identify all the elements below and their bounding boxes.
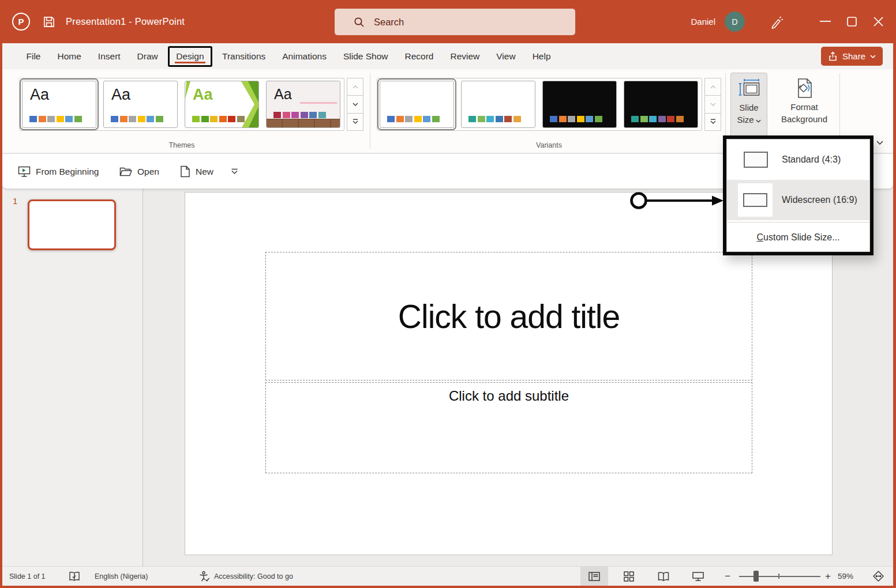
- color-swatch: [138, 116, 145, 122]
- color-swatch: [496, 116, 503, 122]
- color-swatch: [649, 116, 657, 122]
- color-swatch: [301, 112, 308, 118]
- color-swatch: [29, 116, 37, 122]
- slide-size-icon: [738, 78, 760, 98]
- tab-draw[interactable]: Draw: [129, 46, 166, 67]
- widescreen-16-9-icon: [743, 193, 767, 207]
- quick-access-overflow-button[interactable]: [231, 154, 238, 189]
- powerpoint-logo-icon[interactable]: P: [12, 13, 30, 31]
- tab-file[interactable]: File: [18, 46, 49, 67]
- user-name[interactable]: Daniel: [691, 17, 715, 27]
- color-swatch: [192, 116, 200, 122]
- slide-size-label-line1: Slide: [739, 102, 758, 114]
- variants-scroll-down-button[interactable]: [704, 96, 721, 113]
- slide-thumbnail-panel: 1: [2, 189, 143, 566]
- zoom-out-button[interactable]: −: [721, 567, 734, 586]
- zoom-in-button[interactable]: +: [822, 567, 834, 586]
- theme-color-swatches: [111, 116, 163, 122]
- slide-number: 1: [13, 196, 17, 206]
- fit-slide-to-window-button[interactable]: [867, 567, 890, 586]
- tab-animations[interactable]: Animations: [274, 46, 335, 67]
- zoom-slider-center-tick: [778, 574, 779, 579]
- title-placeholder[interactable]: Click to add title: [265, 252, 752, 380]
- tab-insert[interactable]: Insert: [89, 46, 129, 67]
- variant-color-swatches: [550, 116, 602, 122]
- save-icon[interactable]: [42, 14, 57, 29]
- reading-view-button[interactable]: [650, 567, 677, 586]
- subtitle-placeholder[interactable]: Click to add subtitle: [265, 382, 752, 473]
- slide-1-thumbnail[interactable]: [28, 199, 116, 250]
- zoom-level[interactable]: 59%: [838, 567, 853, 586]
- variant-3[interactable]: [542, 81, 617, 128]
- accessibility-status[interactable]: Accessibility: Good to go: [214, 567, 293, 586]
- slide-sorter-view-button[interactable]: [615, 567, 643, 586]
- menu-item-widescreen-16-9[interactable]: Widescreen (16:9): [727, 180, 869, 220]
- avatar[interactable]: D: [725, 12, 745, 32]
- tab-record[interactable]: Record: [396, 46, 442, 67]
- search-input[interactable]: [374, 17, 535, 28]
- from-beginning-button[interactable]: From Beginning: [18, 154, 99, 189]
- collapse-ribbon-icon[interactable]: [873, 137, 887, 148]
- share-button[interactable]: Share: [821, 47, 883, 66]
- format-background-button[interactable]: Format Background: [773, 73, 836, 138]
- variant-2[interactable]: [461, 81, 535, 128]
- tab-transitions[interactable]: Transitions: [214, 46, 274, 67]
- slide-counter[interactable]: Slide 1 of 1: [9, 567, 46, 586]
- zoom-slider-thumb[interactable]: [753, 571, 759, 582]
- normal-view-button[interactable]: [580, 567, 608, 586]
- tab-home[interactable]: Home: [49, 46, 89, 67]
- theme-facet[interactable]: Aa: [185, 81, 259, 128]
- window-border-left: [0, 43, 2, 588]
- themes-gallery: Aa Aa Aa Aa: [19, 78, 344, 131]
- color-swatch: [667, 116, 674, 122]
- widescreen-label: Widescreen (16:9): [782, 195, 857, 205]
- color-swatch: [273, 112, 281, 118]
- color-swatch: [111, 116, 118, 122]
- color-swatch: [513, 116, 521, 122]
- color-swatch: [586, 116, 593, 122]
- menu-item-standard-4-3[interactable]: Standard (4:3): [727, 140, 869, 180]
- theme-office-2[interactable]: Aa: [103, 81, 178, 128]
- pen-sparkle-icon[interactable]: [769, 14, 784, 29]
- new-button[interactable]: New: [180, 154, 213, 189]
- spell-check-icon[interactable]: [69, 567, 80, 586]
- minimize-button[interactable]: [812, 0, 838, 43]
- menu-separator: [727, 222, 869, 223]
- themes-scroll-up-button[interactable]: [347, 78, 363, 96]
- tab-view[interactable]: View: [488, 46, 524, 67]
- color-swatch: [387, 116, 395, 122]
- variants-more-button[interactable]: [704, 114, 721, 131]
- themes-scroll-down-button[interactable]: [347, 96, 363, 113]
- title-placeholder-text: Click to add title: [398, 297, 620, 336]
- color-swatch: [631, 116, 639, 122]
- chevron-down-icon: [870, 55, 876, 58]
- open-label: Open: [137, 167, 159, 177]
- themes-more-button[interactable]: [347, 114, 363, 131]
- annotation-arrow-to-widescreen: [627, 190, 726, 211]
- color-swatch: [405, 116, 413, 122]
- language-indicator[interactable]: English (Nigeria): [95, 567, 148, 586]
- slide-show-view-button[interactable]: [684, 567, 712, 586]
- tab-slide-show[interactable]: Slide Show: [335, 46, 396, 67]
- theme-gallery[interactable]: Aa: [266, 81, 340, 128]
- tab-design-active-annotated[interactable]: Design: [168, 46, 212, 67]
- tab-review[interactable]: Review: [442, 46, 488, 67]
- variant-1-selected[interactable]: [380, 81, 454, 128]
- maximize-button[interactable]: [838, 0, 865, 43]
- slide-size-button[interactable]: Slide Size: [730, 73, 767, 138]
- menu-item-custom-slide-size[interactable]: Custom Slide Size...: [727, 224, 869, 251]
- open-button[interactable]: Open: [119, 154, 159, 189]
- color-swatch: [559, 116, 567, 122]
- theme-sample-text: Aa: [111, 86, 130, 104]
- zoom-slider-track[interactable]: [739, 576, 820, 577]
- slide-size-label-line2: Size: [737, 114, 760, 126]
- color-swatch: [478, 116, 485, 122]
- search-box[interactable]: [335, 9, 575, 35]
- variants-scroll-up-button[interactable]: [704, 78, 721, 96]
- variant-4[interactable]: [624, 81, 698, 128]
- close-button[interactable]: [865, 0, 891, 43]
- variant-color-swatches: [387, 116, 440, 122]
- tab-help[interactable]: Help: [524, 46, 559, 67]
- color-swatch: [486, 116, 494, 122]
- theme-office-selected[interactable]: Aa: [22, 81, 96, 128]
